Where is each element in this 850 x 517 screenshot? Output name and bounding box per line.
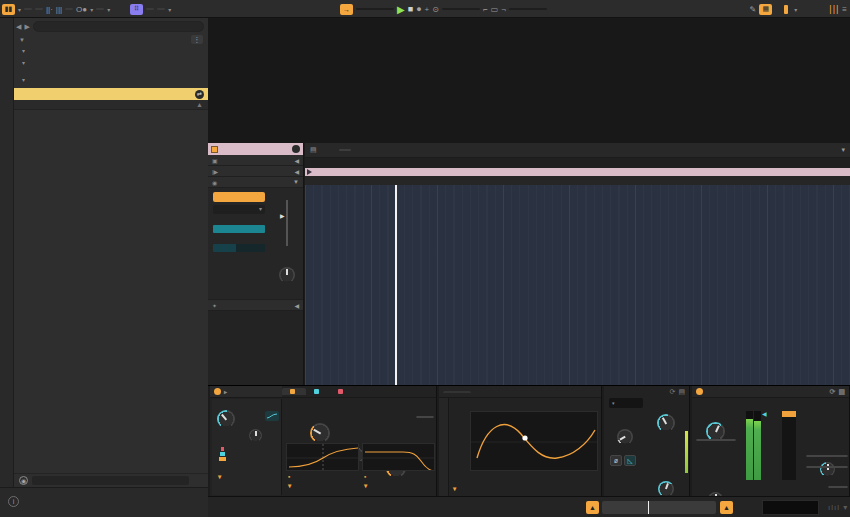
ceiling-marker-icon[interactable]: ◀ bbox=[762, 410, 767, 417]
scale-icon[interactable]: ⠿ bbox=[130, 4, 143, 15]
play-button[interactable]: ▶ bbox=[397, 4, 405, 15]
clip-title-bar[interactable] bbox=[208, 143, 303, 155]
loop-brace[interactable] bbox=[305, 168, 850, 176]
routing-ms-button[interactable] bbox=[828, 486, 848, 488]
follow-button[interactable]: → bbox=[340, 4, 353, 15]
hot-swap-icon[interactable]: ⇄ bbox=[195, 90, 204, 99]
menu-icon[interactable]: ≡ bbox=[842, 5, 847, 14]
draw-mode-icon[interactable]: ✎ bbox=[750, 5, 757, 14]
record-button[interactable]: ● bbox=[416, 4, 421, 14]
roar-tab-high[interactable] bbox=[330, 388, 354, 395]
routing-value[interactable]: ▾ bbox=[218, 473, 221, 481]
time-signature-field[interactable] bbox=[65, 8, 73, 10]
punch-in-icon[interactable]: ⌐ bbox=[483, 5, 488, 14]
search-input[interactable] bbox=[33, 21, 204, 32]
loop-start-display[interactable] bbox=[442, 8, 480, 10]
maximize-button[interactable] bbox=[696, 439, 736, 441]
warp-button[interactable] bbox=[213, 192, 265, 202]
fb-amount-knob[interactable] bbox=[617, 429, 633, 445]
metronome-icon[interactable]: ||· bbox=[46, 5, 53, 14]
clip-preview-toggle-icon[interactable]: ▲ bbox=[720, 501, 733, 514]
statusbar-waveform[interactable] bbox=[602, 501, 716, 514]
lfo-mode-select[interactable]: ▾ bbox=[453, 485, 456, 493]
clip-menu-icon[interactable] bbox=[292, 145, 300, 153]
scale-name-menu[interactable] bbox=[157, 8, 165, 10]
device-extra-icons[interactable]: ⟳▤ bbox=[670, 388, 686, 396]
link-toggle-icon[interactable]: ▮▮ bbox=[2, 4, 15, 15]
filter-type-select[interactable]: ▾ bbox=[364, 482, 367, 490]
gr-meter[interactable] bbox=[782, 411, 796, 480]
gain-marker-icon[interactable]: ▶ bbox=[280, 212, 285, 219]
tap-tempo-button[interactable] bbox=[24, 8, 32, 10]
modulation-side-tab[interactable] bbox=[439, 398, 449, 497]
fb-mode-select[interactable] bbox=[609, 398, 643, 408]
warp-marker-lane[interactable] bbox=[305, 176, 850, 185]
tone-filter-icon[interactable] bbox=[265, 411, 279, 421]
beat-ruler[interactable] bbox=[305, 158, 850, 168]
shaper-curve-graph[interactable] bbox=[286, 443, 359, 471]
statusbar-clip-display[interactable] bbox=[762, 500, 819, 515]
info-icon[interactable]: i bbox=[8, 496, 19, 507]
browser-back-icon[interactable]: ◀ bbox=[16, 23, 21, 31]
mode-softclip-button[interactable] bbox=[806, 455, 848, 457]
lookahead-knob[interactable] bbox=[820, 462, 835, 477]
tab-matrix[interactable] bbox=[474, 391, 502, 393]
arrangement-position-display[interactable] bbox=[356, 8, 394, 10]
mode-truepeak-button[interactable] bbox=[806, 466, 848, 468]
tab-envelopes[interactable] bbox=[355, 149, 367, 151]
transform-section-row[interactable]: ✦◀ bbox=[208, 300, 303, 311]
pre-button[interactable] bbox=[416, 416, 434, 418]
limiter-extra-icons[interactable]: ⟳▤ bbox=[830, 388, 846, 396]
filter-curve-graph[interactable] bbox=[362, 443, 435, 471]
slope-icon[interactable]: ◺ bbox=[624, 455, 636, 466]
ceiling-meter-left[interactable] bbox=[746, 411, 753, 480]
loop-length-display[interactable] bbox=[509, 8, 547, 10]
stop-button[interactable]: ■ bbox=[408, 4, 413, 14]
waveform-display[interactable] bbox=[305, 185, 850, 385]
lfo-curve-graph[interactable] bbox=[470, 411, 598, 471]
limiter-power-icon[interactable] bbox=[696, 388, 703, 395]
preview-waveform[interactable] bbox=[32, 476, 189, 485]
roar-tab-low[interactable] bbox=[282, 388, 306, 395]
filters-collapse-icon[interactable]: ▼ bbox=[19, 37, 25, 43]
audio-section-row[interactable]: ◉▼ bbox=[208, 177, 303, 188]
preview-play-icon[interactable]: ◉ bbox=[19, 476, 28, 485]
amount-knob[interactable] bbox=[310, 423, 330, 443]
preview-toggle-icon[interactable]: ▲ bbox=[586, 501, 599, 514]
clip-section-row[interactable]: ▣◀ bbox=[208, 155, 303, 166]
roar-power-icon[interactable] bbox=[214, 388, 221, 395]
scale-root-field[interactable] bbox=[146, 8, 154, 10]
ceiling-meter-left2[interactable] bbox=[754, 411, 761, 480]
phase-invert-button[interactable]: ø bbox=[610, 455, 622, 466]
groove-pool-icon[interactable]: O● bbox=[76, 5, 87, 14]
pitch-knob[interactable] bbox=[279, 267, 295, 283]
metronome-count-icon[interactable]: ||| bbox=[56, 5, 62, 14]
warp-mode-select[interactable] bbox=[213, 205, 265, 214]
roar-tab-mid[interactable] bbox=[306, 388, 330, 395]
output-knob[interactable] bbox=[658, 481, 674, 497]
launch-section-row[interactable]: |▶◀ bbox=[208, 166, 303, 177]
gain-slider[interactable] bbox=[286, 200, 288, 246]
roar-modulation-panel: ▾ bbox=[439, 386, 602, 497]
formants-slider[interactable] bbox=[213, 225, 265, 233]
overdub-icon[interactable]: + bbox=[425, 5, 430, 14]
punch-out-icon[interactable]: ¬ bbox=[501, 5, 506, 14]
meter-bars-icon[interactable]: ılıl ▾ bbox=[828, 503, 848, 512]
computer-midi-keyboard-icon[interactable]: ▦ bbox=[759, 4, 772, 15]
tab-mod-sources[interactable] bbox=[443, 391, 471, 393]
tab-sample[interactable] bbox=[339, 149, 351, 151]
link-caret-icon[interactable]: ▾ bbox=[18, 6, 21, 13]
grid-value-select[interactable]: ▾ bbox=[841, 146, 845, 154]
drive-knob[interactable] bbox=[217, 410, 235, 428]
edit-filters-button[interactable]: ⋮ bbox=[191, 35, 204, 44]
tempo-field[interactable] bbox=[35, 8, 43, 10]
browser-forward-icon[interactable]: ▶ bbox=[24, 23, 29, 31]
shaper-type-select[interactable]: ▾ bbox=[288, 482, 291, 490]
compress-knob[interactable] bbox=[657, 414, 675, 432]
envelope-slider[interactable] bbox=[213, 244, 265, 252]
automation-arm-icon[interactable]: ⊙ bbox=[432, 5, 439, 14]
results-column-header[interactable]: ▲ bbox=[14, 100, 208, 110]
tone-knob[interactable] bbox=[249, 429, 262, 442]
quantize-menu[interactable] bbox=[96, 8, 104, 10]
loop-icon[interactable]: ▭ bbox=[491, 5, 499, 14]
